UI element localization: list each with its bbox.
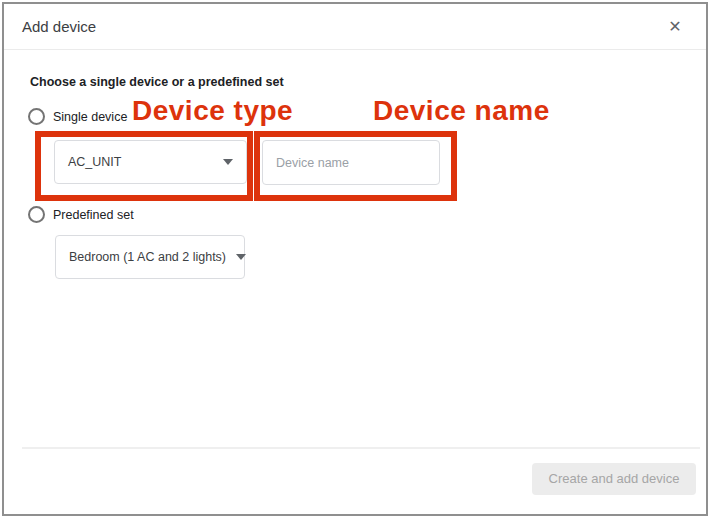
annotation-device-type-label: Device type [132, 96, 293, 126]
single-device-radio[interactable] [28, 108, 45, 125]
predefined-set-radio-row[interactable]: Predefined set [28, 206, 134, 223]
footer-divider [22, 447, 700, 449]
device-name-input[interactable] [262, 140, 440, 185]
device-type-dropdown[interactable]: AC_UNIT [54, 140, 247, 184]
annotation-device-name-label: Device name [373, 96, 550, 126]
predefined-set-dropdown[interactable]: Bedroom (1 AC and 2 lights) [55, 235, 245, 279]
section-heading: Choose a single device or a predefined s… [30, 74, 284, 90]
single-device-radio-label: Single device [53, 110, 127, 124]
predefined-set-radio[interactable] [28, 206, 45, 223]
dialog-title: Add device [22, 4, 96, 50]
chevron-down-icon [223, 159, 233, 165]
predefined-set-radio-label: Predefined set [53, 208, 134, 222]
single-device-radio-row[interactable]: Single device [28, 108, 127, 125]
create-and-add-device-button[interactable]: Create and add device [532, 463, 696, 495]
predefined-set-dropdown-value: Bedroom (1 AC and 2 lights) [69, 250, 226, 264]
device-type-dropdown-value: AC_UNIT [68, 155, 121, 169]
close-icon[interactable]: ✕ [664, 16, 686, 38]
add-device-dialog: Add device ✕ Choose a single device or a… [2, 2, 708, 516]
chevron-down-icon [236, 254, 246, 260]
dialog-header: Add device ✕ [4, 4, 706, 50]
